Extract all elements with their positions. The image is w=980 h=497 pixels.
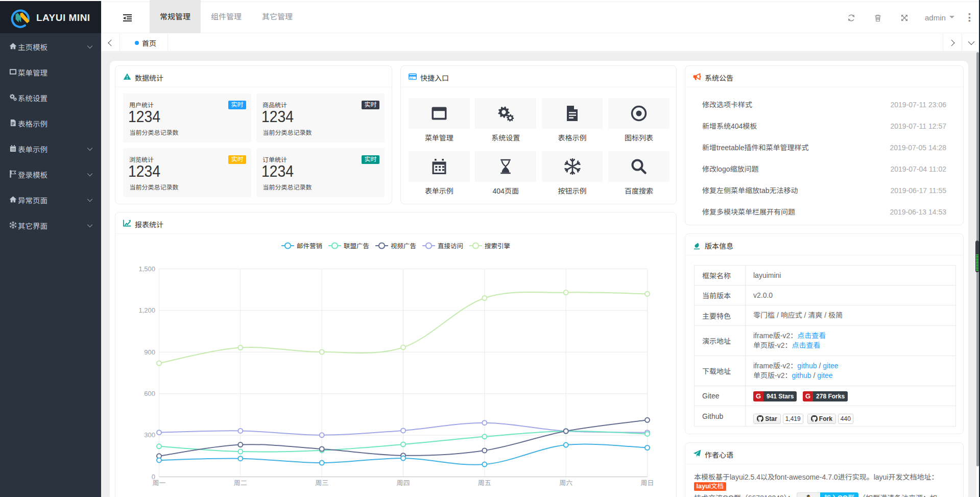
svg-text:300: 300 — [144, 431, 155, 439]
svg-text:900: 900 — [144, 348, 155, 356]
svg-text:周二: 周二 — [234, 479, 247, 487]
svg-text:1,200: 1,200 — [138, 306, 155, 314]
svg-text:周五: 周五 — [478, 479, 491, 487]
svg-text:周日: 周日 — [640, 479, 654, 487]
svg-text:1,500: 1,500 — [138, 265, 155, 273]
svg-text:周一: 周一 — [152, 479, 165, 487]
svg-text:周四: 周四 — [396, 479, 410, 487]
svg-text:600: 600 — [144, 390, 155, 397]
svg-text:周六: 周六 — [559, 479, 572, 487]
svg-text:周三: 周三 — [315, 479, 328, 487]
